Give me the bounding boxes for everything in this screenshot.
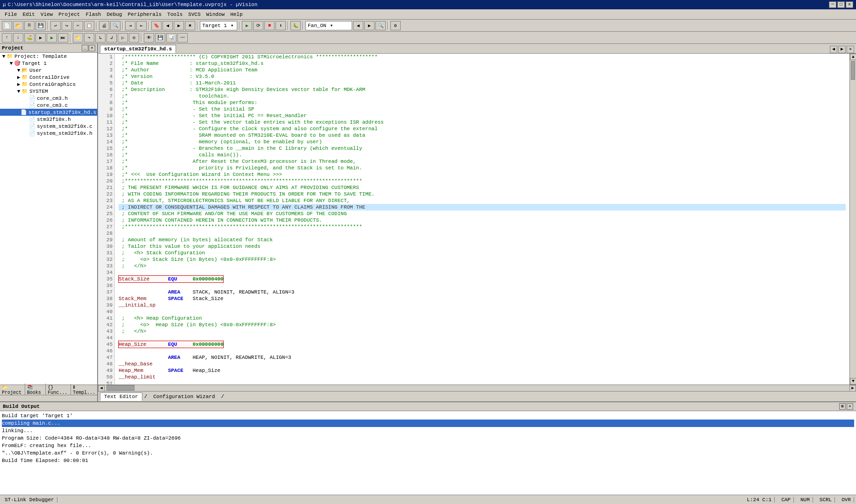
code-line[interactable]: Stack_Size EQU 0x00000400 [119, 276, 846, 282]
code-line[interactable]: ;* - Branches to __main in the C library… [119, 145, 846, 152]
code-line[interactable]: Heap_Mem SPACE Heap_Size [119, 367, 846, 374]
code-line[interactable]: ;* Date : 11-March-2011 [119, 80, 846, 86]
stop-button[interactable]: ■ [264, 21, 275, 30]
tb2-step-over[interactable]: ↷ [84, 33, 94, 42]
target-dropdown[interactable]: Target 1 ▾ [200, 21, 237, 30]
tb2-btn2[interactable]: ↓ [13, 33, 23, 42]
tab-config-wizard[interactable]: Configuration Wizard [149, 392, 219, 400]
code-line[interactable]: ;* Author : MCD Application Team [119, 67, 846, 73]
unpin-tab-button[interactable]: ▶ [838, 46, 846, 53]
project-tree[interactable]: ▼ 📁 Project: Template ▼ 🎯 Target 1 ▼ 📂 U… [0, 53, 97, 385]
bottom-tab-project[interactable]: 📁 Project [0, 384, 25, 396]
code-line[interactable] [119, 269, 846, 276]
code-line[interactable]: ; AS A RESULT, STMICROELECTRONICS SHALL … [119, 197, 846, 204]
code-line[interactable] [119, 348, 846, 354]
bottom-tab-books[interactable]: 📚 Books [25, 384, 46, 396]
panel-close[interactable]: ✕ [89, 45, 95, 51]
scroll-up-button[interactable]: ▲ [850, 54, 856, 60]
editor-tab-controls[interactable]: ◀ ▶ ✕ [830, 46, 854, 53]
code-line[interactable]: ;***************************************… [119, 178, 846, 184]
find-button[interactable]: 🔍 [110, 21, 120, 30]
tree-target1[interactable]: ▼ 🎯 Target 1 [0, 60, 97, 67]
func-prev-button[interactable]: ◀ [353, 21, 363, 30]
new-file-button[interactable]: 📄 [2, 21, 12, 30]
menu-tools[interactable]: Tools [164, 11, 185, 18]
code-line[interactable]: ; </h> [119, 328, 846, 335]
code-line[interactable]: ;* Version : V3.5.0 [119, 73, 846, 80]
panel-controls[interactable]: _ ✕ [82, 45, 95, 51]
tb2-toggle-project[interactable]: 📁 [73, 33, 83, 42]
code-line[interactable]: ;* toolchain. [119, 93, 846, 99]
menu-view[interactable]: View [38, 11, 56, 18]
menu-flash[interactable]: Flash [83, 11, 104, 18]
code-line[interactable]: ;* This module performs: [119, 99, 846, 106]
code-line[interactable] [119, 308, 846, 315]
code-line[interactable] [119, 335, 846, 341]
tree-file-systemh[interactable]: 📄 system_stm32f10x.h [0, 130, 97, 137]
code-line[interactable]: ; </h> [119, 263, 846, 269]
pin-tab-button[interactable]: ◀ [830, 46, 837, 53]
code-line[interactable]: __initial_sp [119, 302, 846, 308]
tree-file-corecm3h[interactable]: 📄 core_cm3.h [0, 95, 97, 102]
code-line[interactable]: ; THE PRESENT FIRMWARE WHICH IS FOR GUID… [119, 184, 846, 191]
code-line[interactable]: ; INFORMATION CONTAINED HEREIN IN CONNEC… [119, 217, 846, 224]
code-line[interactable]: ;* - Set the initial SP [119, 106, 846, 112]
tab-text-editor[interactable]: Text Editor [100, 392, 142, 401]
code-line[interactable]: __heap_limit [119, 374, 846, 380]
code-line[interactable]: Stack_Mem SPACE Stack_Size [119, 295, 846, 302]
tb2-btn4[interactable]: ▶ [35, 33, 46, 42]
redo-button[interactable]: ↪ [62, 21, 72, 30]
cut-button[interactable]: ✂ [73, 21, 83, 30]
code-line[interactable]: ; Amount of memory (in bytes) allocated … [119, 237, 846, 243]
h-scroll-left[interactable]: ◀ [98, 385, 105, 392]
func-search-button[interactable]: 🔍 [375, 21, 386, 30]
clear-bookmarks-button[interactable]: ✖ [185, 21, 195, 30]
close-tab-button[interactable]: ✕ [847, 46, 854, 53]
code-line[interactable]: ;* Description : STM32F10x High Density … [119, 86, 846, 93]
func-next-button[interactable]: ▶ [364, 21, 375, 30]
bookmark-button[interactable]: 🔖 [151, 21, 162, 30]
tree-project-root[interactable]: ▼ 📁 Project: Template [0, 53, 97, 60]
code-line[interactable]: ;* priority is Privileged, and the Stack… [119, 165, 846, 171]
rebuild-button[interactable]: ⟳ [253, 21, 263, 30]
code-line[interactable]: Heap_Size EQU 0x00000000 [119, 341, 846, 348]
code-line[interactable]: ; <h> Stack Configuration [119, 250, 846, 256]
window-controls[interactable]: ─ □ ✕ [829, 1, 853, 8]
code-view[interactable]: 1234567891011121314151617181920212223242… [98, 54, 856, 385]
tb2-btn3[interactable]: ⛳ [24, 33, 35, 42]
build-button[interactable]: ▶ [242, 21, 252, 30]
code-line[interactable]: ; INDIRECT OR CONSEQUENTIAL DAMAGES WITH… [119, 204, 846, 210]
tb2-btn5[interactable]: ▶ [47, 33, 57, 42]
tb2-step-in[interactable]: ↳ [95, 33, 106, 42]
menu-edit[interactable]: Edit [20, 11, 37, 18]
tree-scrollbar-h[interactable] [0, 395, 97, 401]
code-line[interactable]: ; CONTENT OF SUCH FIRMWARE AND/OR THE US… [119, 210, 846, 217]
h-scroll-thumb[interactable] [106, 385, 134, 391]
tb2-btn1[interactable]: ↑ [2, 33, 12, 42]
menu-peripherals[interactable]: Peripherals [125, 11, 164, 18]
code-line[interactable]: __heap_base [119, 361, 846, 367]
close-button[interactable]: ✕ [846, 1, 853, 8]
menu-window[interactable]: Window [204, 11, 228, 18]
maximize-button[interactable]: □ [837, 1, 845, 8]
code-line[interactable]: AREA STACK, NOINIT, READWRITE, ALIGN=3 [119, 289, 846, 295]
tree-system-folder[interactable]: ▼ 📁 SYSTEM [0, 88, 97, 95]
paste-button[interactable]: 📋 [84, 21, 94, 30]
tb2-performance-button[interactable]: 📊 [166, 33, 177, 42]
tree-file-systemc[interactable]: 📄 system_stm32f10x.c [0, 123, 97, 130]
tree-file-stm32h[interactable]: 📄 stm32f10x.h [0, 116, 97, 123]
download-button[interactable]: ⬇ [276, 21, 286, 30]
code-line[interactable]: ; <o> Stack Size (in Bytes) <0x0-0xFFFFF… [119, 256, 846, 263]
build-output-detach[interactable]: ⊞ [839, 403, 846, 410]
build-output-close[interactable]: ✕ [847, 403, 853, 410]
code-line[interactable]: ;* <<< Use Configuration Wizard in Conte… [119, 171, 846, 178]
scroll-track[interactable] [850, 60, 856, 378]
scroll-down-button[interactable]: ▼ [850, 378, 856, 385]
menu-svcs[interactable]: SVCS [185, 11, 203, 18]
code-line[interactable]: ;***************************************… [119, 224, 846, 230]
tb2-run-to-cursor[interactable]: ▷ [118, 33, 128, 42]
code-content[interactable]: ;*********************** (C) COPYRIGHT 2… [115, 54, 849, 385]
code-line[interactable]: ;* After Reset the CortexM3 processor is… [119, 158, 846, 165]
print-button[interactable]: 🖨 [99, 21, 109, 30]
v-scrollbar[interactable]: ▲ ▼ [849, 54, 856, 385]
